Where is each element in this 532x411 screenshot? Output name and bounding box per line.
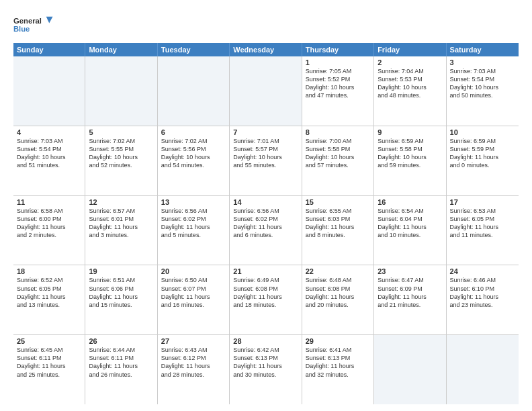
calendar-day-26: 26Sunrise: 6:44 AMSunset: 6:11 PMDayligh… — [85, 335, 157, 404]
cell-info-line: Daylight: 11 hours — [17, 293, 81, 301]
calendar-day-23: 23Sunrise: 6:47 AMSunset: 6:09 PMDayligh… — [374, 265, 446, 334]
cell-info-line: and 59 minutes. — [378, 161, 442, 169]
day-number: 24 — [450, 267, 515, 275]
cell-info-line: and 0 minutes. — [450, 161, 515, 169]
cell-info-line: Daylight: 11 hours — [378, 293, 442, 301]
day-number: 25 — [17, 337, 81, 345]
cell-info-line: Daylight: 11 hours — [161, 362, 226, 370]
cell-info-line: Sunset: 5:58 PM — [306, 145, 370, 153]
cell-info-line: Sunrise: 6:49 AM — [233, 276, 298, 284]
cell-info-line: Sunset: 6:05 PM — [450, 215, 515, 223]
calendar-day-24: 24Sunrise: 6:46 AMSunset: 6:10 PMDayligh… — [447, 265, 519, 334]
calendar-empty-cell — [447, 335, 519, 404]
cell-info-line: Sunrise: 6:41 AM — [306, 346, 370, 354]
cell-info-line: Sunset: 6:09 PM — [378, 285, 442, 293]
cell-info-line: Sunrise: 6:56 AM — [233, 207, 298, 215]
cell-info-line: Sunset: 6:13 PM — [306, 354, 370, 362]
cell-info-line: and 57 minutes. — [306, 161, 370, 169]
cell-info-line: Daylight: 11 hours — [378, 223, 442, 231]
calendar-day-6: 6Sunrise: 7:02 AMSunset: 5:56 PMDaylight… — [158, 126, 230, 195]
cell-info-line: Sunrise: 7:03 AM — [17, 137, 81, 145]
cell-info-line: Daylight: 11 hours — [450, 153, 515, 161]
cell-info-line: and 51 minutes. — [17, 161, 81, 169]
calendar-day-22: 22Sunrise: 6:48 AMSunset: 6:08 PMDayligh… — [302, 265, 374, 334]
day-number: 11 — [17, 198, 81, 206]
day-number: 22 — [306, 267, 370, 275]
cell-info-line: and 48 minutes. — [378, 91, 442, 99]
calendar-day-8: 8Sunrise: 7:00 AMSunset: 5:58 PMDaylight… — [302, 126, 374, 195]
day-number: 10 — [450, 128, 515, 136]
day-header-thursday: Thursday — [302, 43, 374, 56]
cell-info-line: and 26 minutes. — [89, 371, 153, 379]
day-number: 14 — [233, 198, 298, 206]
cell-info-line: Daylight: 11 hours — [233, 223, 298, 231]
calendar: SundayMondayTuesdayWednesdayThursdayFrid… — [13, 43, 519, 404]
cell-info-line: Sunrise: 7:02 AM — [161, 137, 226, 145]
cell-info-line: Sunset: 5:57 PM — [233, 145, 298, 153]
cell-info-line: Daylight: 10 hours — [450, 83, 515, 91]
cell-info-line: Sunset: 6:02 PM — [233, 215, 298, 223]
day-number: 18 — [17, 267, 81, 275]
calendar-day-29: 29Sunrise: 6:41 AMSunset: 6:13 PMDayligh… — [302, 335, 374, 404]
day-number: 3 — [450, 58, 515, 66]
svg-text:Blue: Blue — [13, 25, 30, 33]
cell-info-line: Sunrise: 6:45 AM — [17, 346, 81, 354]
cell-info-line: Sunset: 5:52 PM — [306, 75, 370, 83]
cell-info-line: Daylight: 11 hours — [161, 223, 226, 231]
cell-info-line: Sunrise: 6:59 AM — [378, 137, 442, 145]
cell-info-line: Sunrise: 6:42 AM — [233, 346, 298, 354]
cell-info-line: Sunrise: 6:53 AM — [450, 207, 515, 215]
cell-info-line: Sunset: 5:56 PM — [161, 145, 226, 153]
cell-info-line: Sunrise: 7:03 AM — [450, 67, 515, 75]
cell-info-line: Sunset: 5:54 PM — [450, 75, 515, 83]
calendar-day-2: 2Sunrise: 7:04 AMSunset: 5:53 PMDaylight… — [374, 56, 446, 126]
svg-marker-2 — [46, 17, 53, 24]
day-number: 9 — [378, 128, 442, 136]
day-number: 19 — [89, 267, 153, 275]
cell-info-line: Daylight: 11 hours — [306, 362, 370, 370]
cell-info-line: Sunrise: 7:05 AM — [306, 67, 370, 75]
calendar-week-4: 18Sunrise: 6:52 AMSunset: 6:05 PMDayligh… — [13, 265, 519, 335]
cell-info-line: and 8 minutes. — [306, 231, 370, 239]
calendar-week-1: 1Sunrise: 7:05 AMSunset: 5:52 PMDaylight… — [13, 56, 519, 126]
cell-info-line: and 20 minutes. — [306, 301, 370, 309]
calendar-day-4: 4Sunrise: 7:03 AMSunset: 5:54 PMDaylight… — [13, 126, 85, 195]
cell-info-line: Daylight: 11 hours — [450, 223, 515, 231]
calendar-body: 1Sunrise: 7:05 AMSunset: 5:52 PMDaylight… — [13, 56, 519, 404]
calendar-day-3: 3Sunrise: 7:03 AMSunset: 5:54 PMDaylight… — [447, 56, 519, 126]
cell-info-line: Sunrise: 7:00 AM — [306, 137, 370, 145]
cell-info-line: Sunrise: 6:56 AM — [161, 207, 226, 215]
cell-info-line: Daylight: 10 hours — [17, 153, 81, 161]
day-number: 8 — [306, 128, 370, 136]
day-number: 23 — [378, 267, 442, 275]
cell-info-line: and 16 minutes. — [161, 301, 226, 309]
cell-info-line: Sunset: 6:12 PM — [161, 354, 226, 362]
cell-info-line: Daylight: 11 hours — [306, 223, 370, 231]
cell-info-line: Daylight: 11 hours — [17, 223, 81, 231]
calendar-day-10: 10Sunrise: 6:59 AMSunset: 5:59 PMDayligh… — [447, 126, 519, 195]
cell-info-line: Sunset: 6:11 PM — [89, 354, 153, 362]
cell-info-line: and 2 minutes. — [17, 231, 81, 239]
cell-info-line: and 55 minutes. — [233, 161, 298, 169]
cell-info-line: Sunrise: 6:43 AM — [161, 346, 226, 354]
cell-info-line: Sunset: 6:06 PM — [89, 285, 153, 293]
calendar-day-13: 13Sunrise: 6:56 AMSunset: 6:02 PMDayligh… — [158, 196, 230, 265]
cell-info-line: Daylight: 10 hours — [378, 83, 442, 91]
day-number: 16 — [378, 198, 442, 206]
cell-info-line: Sunset: 5:53 PM — [378, 75, 442, 83]
day-number: 20 — [161, 267, 226, 275]
cell-info-line: Sunset: 6:10 PM — [450, 285, 515, 293]
day-number: 4 — [17, 128, 81, 136]
calendar-day-15: 15Sunrise: 6:55 AMSunset: 6:03 PMDayligh… — [302, 196, 374, 265]
cell-info-line: Sunrise: 6:54 AM — [378, 207, 442, 215]
cell-info-line: and 18 minutes. — [233, 301, 298, 309]
cell-info-line: Sunset: 5:54 PM — [17, 145, 81, 153]
calendar-day-19: 19Sunrise: 6:51 AMSunset: 6:06 PMDayligh… — [85, 265, 157, 334]
day-number: 29 — [306, 337, 370, 345]
cell-info-line: Sunrise: 7:04 AM — [378, 67, 442, 75]
calendar-empty-cell — [230, 56, 302, 126]
page-header: General Blue — [13, 11, 519, 38]
cell-info-line: Daylight: 10 hours — [233, 153, 298, 161]
day-header-friday: Friday — [374, 43, 446, 56]
cell-info-line: Daylight: 11 hours — [306, 293, 370, 301]
